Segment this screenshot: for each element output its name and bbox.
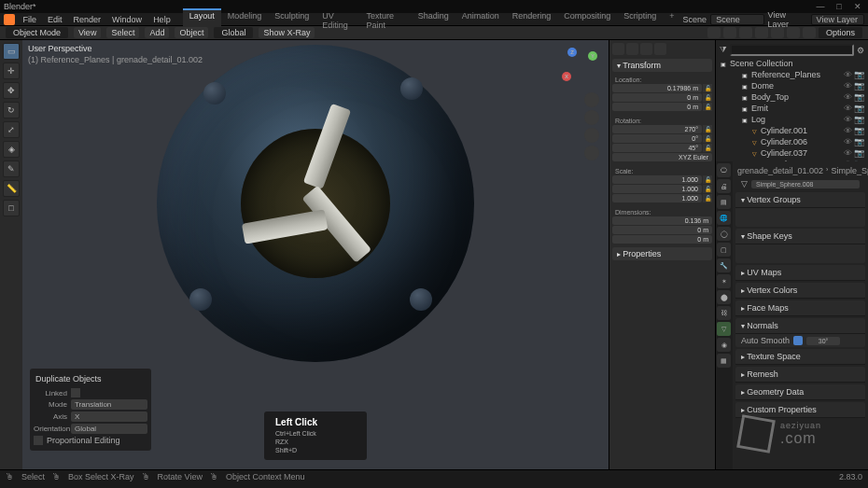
world-tab-icon[interactable]: ◯ bbox=[717, 227, 731, 241]
render-toggle-icon[interactable]: 📷 bbox=[854, 148, 864, 158]
add-cube-tool-icon[interactable]: □ bbox=[3, 200, 20, 216]
loc-x-field[interactable]: 0.17986 m bbox=[612, 84, 702, 92]
uv-maps-header[interactable]: ▸ UV Maps bbox=[735, 265, 865, 281]
render-tab-icon[interactable]: 🖵 bbox=[717, 163, 731, 177]
rot-mode-field[interactable]: XYZ Euler bbox=[612, 153, 712, 161]
viewlayer-tab-icon[interactable]: ▤ bbox=[717, 195, 731, 209]
output-tab-icon[interactable]: 🖨 bbox=[717, 179, 731, 193]
viewport-3d[interactable]: User Perspective (1) Reference_Planes | … bbox=[22, 40, 609, 469]
remesh-header[interactable]: ▸ Remesh bbox=[735, 367, 865, 383]
particle-tab-icon[interactable]: ✶ bbox=[717, 274, 731, 288]
workspace-scripting[interactable]: Scripting bbox=[617, 8, 663, 31]
header-add[interactable]: Add bbox=[145, 27, 169, 38]
texture-tab-icon[interactable]: ▦ bbox=[717, 354, 731, 368]
lock-icon[interactable]: 🔓 bbox=[703, 103, 712, 111]
menu-file[interactable]: File bbox=[19, 14, 42, 25]
lock-icon[interactable]: 🔓 bbox=[703, 185, 712, 193]
shape-keys-header[interactable]: ▾ Shape Keys bbox=[735, 229, 865, 244]
outliner-search[interactable] bbox=[730, 44, 854, 56]
operator-panel-title[interactable]: Duplicate Objects bbox=[34, 372, 147, 385]
outliner-mesh-item[interactable]: ▽Cylinder.006👁📷 bbox=[718, 136, 866, 147]
dim-y-field[interactable]: 0 m bbox=[612, 226, 712, 234]
lock-icon[interactable]: 🔓 bbox=[703, 84, 712, 92]
eye-icon[interactable]: 👁 bbox=[844, 81, 852, 91]
constraint-tab-icon[interactable]: ⛓ bbox=[717, 306, 731, 320]
eye-icon[interactable]: 👁 bbox=[844, 70, 852, 79]
render-toggle-icon[interactable]: 📷 bbox=[854, 104, 864, 113]
eye-icon[interactable]: 👁 bbox=[844, 126, 852, 135]
texture-space-header[interactable]: ▸ Texture Space bbox=[735, 349, 865, 365]
mesh-name-field[interactable]: Simple_Sphere.008 bbox=[751, 180, 860, 188]
modifier-tab-icon[interactable]: 🔧 bbox=[717, 258, 731, 272]
pivot-icon[interactable] bbox=[626, 43, 638, 55]
render-toggle-icon[interactable]: 📷 bbox=[854, 137, 864, 146]
object-tab-icon[interactable]: ▢ bbox=[717, 243, 731, 257]
overlay-toggle-icon[interactable] bbox=[723, 27, 736, 38]
shading-rendered-icon[interactable] bbox=[803, 27, 816, 38]
workspace-texture[interactable]: Texture Paint bbox=[360, 8, 412, 31]
eye-icon[interactable]: 👁 bbox=[844, 115, 852, 124]
axis-x-icon[interactable]: X bbox=[562, 72, 571, 81]
loc-z-field[interactable]: 0 m bbox=[612, 103, 702, 111]
xray-icon[interactable] bbox=[739, 27, 752, 38]
orientation-dropdown[interactable]: Global bbox=[214, 27, 253, 38]
lock-icon[interactable]: 🔓 bbox=[703, 175, 712, 184]
auto-smooth-checkbox[interactable] bbox=[793, 336, 803, 345]
shading-wireframe-icon[interactable] bbox=[755, 27, 768, 38]
scene-field[interactable]: Scene bbox=[710, 14, 763, 25]
propedit-checkbox[interactable] bbox=[34, 436, 43, 445]
render-toggle-icon[interactable]: 📷 bbox=[854, 126, 864, 135]
transform-header[interactable]: ▾ Transform bbox=[612, 59, 712, 72]
auto-smooth-angle-field[interactable]: 30° bbox=[806, 337, 840, 345]
header-view[interactable]: View bbox=[74, 27, 101, 38]
workspace-compositing[interactable]: Compositing bbox=[557, 8, 617, 31]
menu-edit[interactable]: Edit bbox=[43, 14, 67, 25]
snap-icon[interactable] bbox=[612, 43, 624, 55]
gizmo-toggle-icon[interactable] bbox=[707, 27, 721, 38]
physics-tab-icon[interactable]: ⬤ bbox=[717, 290, 731, 304]
scale-tool-icon[interactable]: ⤢ bbox=[3, 121, 20, 138]
eye-icon[interactable]: 👁 bbox=[844, 92, 852, 102]
orientation-field[interactable]: Global bbox=[71, 424, 147, 434]
outliner-collection[interactable]: ▣Reference_Planes👁📷 bbox=[718, 69, 866, 80]
menu-window[interactable]: Window bbox=[107, 14, 147, 25]
outliner-mesh-item[interactable]: ▽Cylinder.001👁📷 bbox=[718, 125, 866, 136]
axis-field[interactable]: X bbox=[71, 411, 147, 422]
rot-y-field[interactable]: 0° bbox=[612, 134, 702, 143]
linked-checkbox[interactable] bbox=[71, 388, 80, 397]
cursor-tool-icon[interactable]: ✛ bbox=[3, 63, 20, 79]
vertex-groups-header[interactable]: ▾ Vertex Groups bbox=[735, 192, 865, 208]
datablock-icon[interactable]: ▽ bbox=[741, 179, 748, 188]
workspace-uv[interactable]: UV Editing bbox=[315, 8, 359, 31]
workspace-add[interactable]: + bbox=[663, 8, 680, 31]
transform-tool-icon[interactable]: ◈ bbox=[3, 141, 20, 158]
workspace-shading[interactable]: Shading bbox=[412, 8, 455, 31]
outliner-collection[interactable]: ▣Body_Top👁📷 bbox=[718, 91, 866, 103]
outliner-collection[interactable]: ▣Dome👁📷 bbox=[718, 80, 866, 91]
mesh-data-tab-icon[interactable]: ▽ bbox=[717, 322, 731, 336]
render-toggle-icon[interactable]: 📷 bbox=[854, 81, 864, 91]
rot-z-field[interactable]: 45° bbox=[612, 144, 702, 152]
dim-x-field[interactable]: 0.136 m bbox=[612, 216, 712, 225]
pan-icon[interactable] bbox=[584, 110, 599, 125]
options-dropdown[interactable]: Options bbox=[819, 27, 862, 38]
material-tab-icon[interactable]: ◉ bbox=[717, 338, 731, 352]
render-toggle-icon[interactable]: 📷 bbox=[854, 70, 864, 79]
scene-tab-icon[interactable]: 🌐 bbox=[717, 211, 731, 225]
menu-render[interactable]: Render bbox=[69, 14, 106, 25]
vertex-colors-header[interactable]: ▸ Vertex Colors bbox=[735, 283, 865, 299]
zoom-icon[interactable] bbox=[584, 92, 599, 107]
rotate-tool-icon[interactable]: ↻ bbox=[3, 102, 20, 119]
crumb-obj[interactable]: grenade_detail_01.002 bbox=[737, 166, 823, 175]
camera-view-icon[interactable] bbox=[584, 128, 599, 143]
show-xray-toggle[interactable]: Show X-Ray bbox=[259, 27, 315, 38]
custom-props-header[interactable]: ▸ Custom Properties bbox=[735, 402, 865, 418]
outliner-filter-icon[interactable]: ⧩ bbox=[720, 45, 727, 55]
eye-icon[interactable]: 👁 bbox=[844, 104, 852, 113]
propfalloff-icon[interactable] bbox=[654, 43, 666, 55]
outliner-collection[interactable]: ▣Log👁📷 bbox=[718, 114, 866, 125]
rot-x-field[interactable]: 270° bbox=[612, 125, 702, 133]
face-maps-header[interactable]: ▸ Face Maps bbox=[735, 300, 865, 316]
render-toggle-icon[interactable]: 📷 bbox=[854, 92, 864, 102]
annotate-tool-icon[interactable]: ✎ bbox=[3, 160, 20, 177]
